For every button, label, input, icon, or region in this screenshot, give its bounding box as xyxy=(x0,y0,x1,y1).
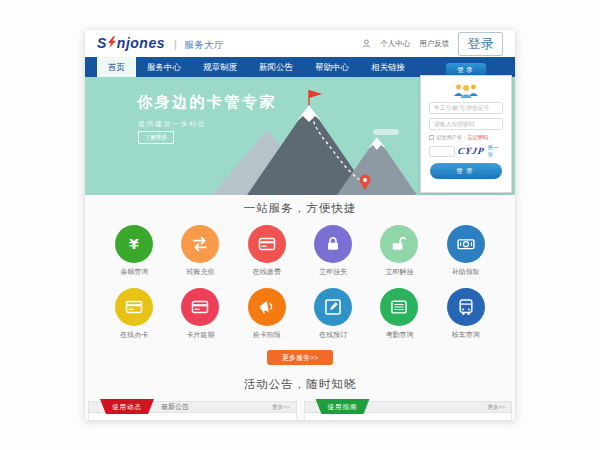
login-submit-button[interactable]: 登录 xyxy=(430,163,502,179)
edit-icon xyxy=(314,288,352,326)
service-item[interactable]: 在线缴费 xyxy=(234,225,300,277)
service-item[interactable]: 校车查询 xyxy=(433,288,499,340)
svg-text:¥: ¥ xyxy=(129,236,139,252)
panel-content xyxy=(88,413,297,420)
more-link[interactable]: 更多>> xyxy=(272,404,289,411)
panel-tab-bar: 使用动态 最新公告 更多>> xyxy=(88,401,297,413)
announcement-panel-right: 使用指南 更多>> xyxy=(304,401,513,420)
user-icon xyxy=(362,39,371,48)
service-label: 捡卡招领 xyxy=(253,330,281,340)
service-item[interactable]: 立即挂失 xyxy=(300,225,366,277)
remember-checkbox[interactable] xyxy=(429,135,434,140)
card-icon xyxy=(248,225,286,263)
nav-item[interactable]: 服务中心 xyxy=(136,57,192,77)
services-section-title: 一站服务，方便快捷 xyxy=(85,201,515,216)
nav-item[interactable]: 首页 xyxy=(97,57,136,77)
nav-item[interactable]: 新闻公告 xyxy=(248,57,304,77)
list-icon xyxy=(380,288,418,326)
logo-tagline: 服务大厅 xyxy=(184,39,224,52)
logo-divider: | xyxy=(174,39,177,50)
service-label: 卡片延期 xyxy=(186,330,214,340)
service-label: 补助领取 xyxy=(452,267,480,277)
captcha-refresh-link[interactable]: 换一张 xyxy=(488,144,503,158)
username-input[interactable] xyxy=(429,102,503,114)
service-label: 考勤查询 xyxy=(385,330,413,340)
service-label: 余额查询 xyxy=(120,267,148,277)
services-grid: ¥ 余额查询 转账充值 在线缴费 立即挂失 立即解挂 补助领取 在线办卡 卡片延… xyxy=(101,225,499,340)
ribbon-tab-usage-news[interactable]: 使用动态 xyxy=(100,399,154,414)
forgot-password-link[interactable]: 忘记密码 xyxy=(467,134,488,141)
nav-item[interactable]: 规章制度 xyxy=(192,57,248,77)
service-item[interactable]: ¥ 余额查询 xyxy=(101,225,167,277)
service-item[interactable]: 立即解挂 xyxy=(366,225,432,277)
announcements-section-title: 活动公告，随时知晓 xyxy=(85,377,515,392)
banknote-icon xyxy=(447,225,485,263)
nav-item[interactable]: 相关链接 xyxy=(360,57,416,77)
logo-text-rest: njones xyxy=(117,35,165,51)
lock-icon xyxy=(314,225,352,263)
yuan-icon: ¥ xyxy=(115,225,153,263)
service-label: 转账充值 xyxy=(186,267,214,277)
panel-tab-bar: 使用指南 更多>> xyxy=(304,401,513,413)
transfer-icon xyxy=(181,225,219,263)
service-label: 立即挂失 xyxy=(319,267,347,277)
service-label: 在线缴费 xyxy=(253,267,281,277)
service-item[interactable]: 转账充值 xyxy=(167,225,233,277)
card-icon xyxy=(115,288,153,326)
synjones-logo[interactable]: S njones | 服务大厅 xyxy=(97,35,224,52)
logo-text-s: S xyxy=(97,35,107,51)
service-label: 立即解挂 xyxy=(385,267,413,277)
service-label: 在线预订 xyxy=(319,330,347,340)
users-group-icon xyxy=(452,82,480,99)
service-item[interactable]: 捡卡招领 xyxy=(234,288,300,340)
more-services-button[interactable]: 更多服务>> xyxy=(267,350,333,365)
panel-content xyxy=(304,413,513,420)
latest-announcements-tab[interactable]: 最新公告 xyxy=(161,402,189,412)
service-item[interactable]: 卡片延期 xyxy=(167,288,233,340)
captcha-input[interactable] xyxy=(429,146,455,157)
hero-cta-button[interactable]: 了解更多 xyxy=(138,131,174,144)
lightning-bolt-icon xyxy=(108,36,116,48)
service-item[interactable]: 补助领取 xyxy=(433,225,499,277)
options-separator: | xyxy=(464,135,465,141)
ribbon-tab-usage-guide[interactable]: 使用指南 xyxy=(316,399,370,414)
megaphone-icon xyxy=(248,288,286,326)
announcement-panel-left: 使用动态 最新公告 更多>> xyxy=(88,401,297,420)
captcha-image[interactable]: CYJP xyxy=(457,146,485,156)
hero-title: 你身边的卡管专家 xyxy=(137,93,277,112)
service-item[interactable]: 在线办卡 xyxy=(101,288,167,340)
user-feedback-link[interactable]: 用户反馈 xyxy=(419,39,449,49)
top-header: S njones | 服务大厅 个人中心 用户反馈 登录 xyxy=(85,30,515,57)
header-login-button[interactable]: 登录 xyxy=(458,32,503,56)
password-input[interactable] xyxy=(429,118,503,130)
site-window: S njones | 服务大厅 个人中心 用户反馈 登录 首页服务中心规章制度新… xyxy=(85,30,515,420)
personal-center-link[interactable]: 个人中心 xyxy=(380,39,410,49)
more-link[interactable]: 更多>> xyxy=(488,404,505,411)
content-area: 一站服务，方便快捷 ¥ 余额查询 转账充值 在线缴费 立即挂失 立即解挂 补助领… xyxy=(85,195,515,420)
hero-subtitle: 提供建设一步到位 xyxy=(138,119,206,129)
nav-item[interactable]: 帮助中心 xyxy=(304,57,360,77)
bus-icon xyxy=(447,288,485,326)
remember-label: 记住用户名 xyxy=(436,134,462,141)
service-label: 在线办卡 xyxy=(120,330,148,340)
card-icon xyxy=(181,288,219,326)
service-item[interactable]: 考勤查询 xyxy=(366,288,432,340)
service-item[interactable]: 在线预订 xyxy=(300,288,366,340)
service-label: 校车查询 xyxy=(452,330,480,340)
unlock-icon xyxy=(380,225,418,263)
login-panel: 登录 记住用户名 | 忘记密码 CYJP 换一张 登录 xyxy=(420,63,512,193)
